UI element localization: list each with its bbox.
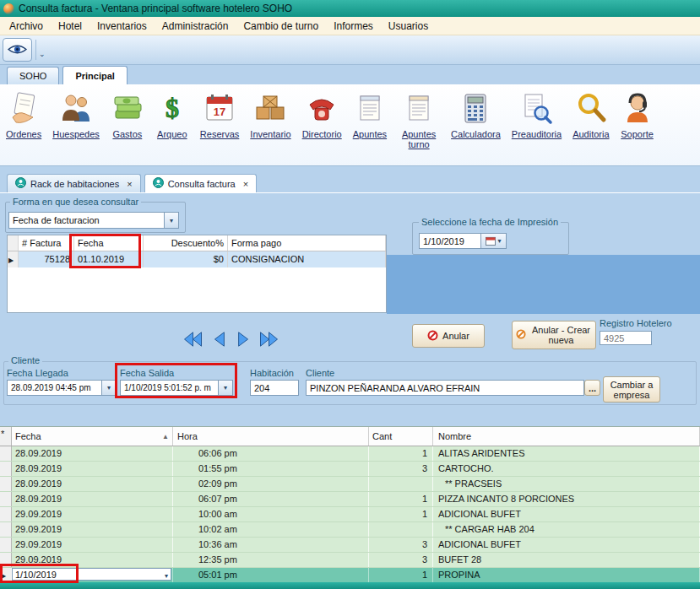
cell-hora: 02:09 pm (173, 477, 369, 491)
menu-item-inventarios[interactable]: Inventarios (90, 18, 155, 35)
calculator-icon (459, 89, 492, 127)
registro-hotelero-field[interactable]: 4925 (600, 331, 652, 345)
cliente-group-label: Cliente (8, 355, 42, 365)
calendar-dropdown-button[interactable] (480, 234, 506, 248)
charge-row[interactable]: 28.09.2019 02:09 pm ** PRACSEIS (0, 477, 700, 492)
cell-hora: 10:36 am (173, 538, 369, 552)
annotation-box-fecha-salida (115, 363, 237, 398)
habitacion-field[interactable]: 204 (250, 380, 299, 396)
column-header-cant[interactable]: Cant (369, 427, 433, 446)
cliente-label: Cliente (306, 368, 334, 378)
fecha-llegada-picker[interactable]: 28.09.2019 04:45 pm (7, 380, 117, 396)
charge-row[interactable]: 28.09.2019 06:06 pm 1 ALITAS ARIDENTES (0, 446, 700, 462)
charge-row[interactable]: 29.09.2019 10:00 am 1 ADICIONAL BUFET (0, 507, 700, 522)
cell-nombre: ** PRACSEIS (433, 477, 700, 491)
ribbon-item-directorio[interactable]: Directorio (300, 87, 345, 141)
notepad-turn-icon (402, 89, 436, 127)
quick-toolbar: ⌄ (0, 35, 700, 65)
column-header-nombre[interactable]: Nombre (433, 427, 700, 446)
column-header-forma-pago[interactable]: Forma pago (228, 235, 386, 251)
cell-hora: 12:35 pm (173, 553, 369, 567)
ribbon-item-auditoria[interactable]: Auditoria (570, 87, 611, 141)
anular-button[interactable]: Anular (412, 324, 485, 348)
svg-text:$: $ (166, 93, 179, 123)
cell-hora: 06:07 pm (173, 492, 369, 506)
nav-first-button[interactable] (182, 329, 203, 349)
row-selector (0, 462, 12, 476)
charge-row[interactable]: 29.09.2019 12:35 pm 3 BUFET 28 (0, 553, 700, 568)
menu-item-archivo[interactable]: Archivo (2, 18, 51, 35)
ribbon-item-label: Apuntes (353, 129, 387, 139)
consult-mode-select[interactable]: Fecha de facturacion (8, 212, 179, 229)
anular-crear-nueva-button[interactable]: Anular - Crear nueva (512, 321, 596, 349)
ribbon-item-label: Huespedes (52, 129, 100, 139)
charge-row[interactable]: 29.09.2019 10:36 am 3 ADICIONAL BUFET (0, 538, 700, 553)
menu-item-usuarios[interactable]: Usuarios (381, 18, 436, 35)
column-header-descuento[interactable]: Descuento% (144, 235, 228, 251)
dollar-icon: $ (155, 89, 189, 127)
ribbon-item-apuntes-turno[interactable]: Apuntes turno (395, 87, 442, 151)
column-header-fecha[interactable]: Fecha ▲ (12, 427, 173, 446)
record-navigator (182, 329, 279, 349)
cell-forma-pago: CONSIGNACION (228, 251, 386, 267)
document-magnifier-icon (519, 89, 553, 127)
tab-consulta-factura[interactable]: Consulta factura × (144, 174, 258, 192)
menu-item-cambio-de-turno[interactable]: Cambio de turno (236, 18, 326, 35)
ribbon-item-ordenes[interactable]: Ordenes (3, 87, 44, 141)
orders-icon (7, 89, 41, 127)
ribbon-item-gastos[interactable]: Gastos (108, 87, 147, 141)
annotation-box-row-fecha (0, 564, 79, 583)
menu-item-informes[interactable]: Informes (326, 18, 381, 35)
ribbon-item-soporte[interactable]: Soporte (618, 87, 657, 141)
cliente-field[interactable]: PINZON PEÑARANDA ALVARO EFRAIN (306, 380, 584, 396)
tab-rack-de-habitaciones[interactable]: Rack de habitaciones × (7, 174, 141, 192)
close-tab-icon[interactable]: × (243, 179, 248, 189)
ribbon-item-arqueo[interactable]: $ Arqueo (153, 87, 192, 141)
ribbon-item-label: Auditoria (572, 129, 609, 139)
anular-crear-nueva-label: Anular - Crear nueva (530, 325, 592, 345)
cell-nombre: CARTOCHO. (433, 462, 700, 476)
print-date-group-label: Seleccione la fecha de Impresión (419, 217, 561, 227)
ribbon-item-huespedes[interactable]: Huespedes (50, 87, 102, 141)
guests-icon (59, 89, 93, 127)
cell-factura: 75128 (19, 251, 74, 267)
nav-last-button[interactable] (258, 329, 279, 349)
column-header-factura[interactable]: # Factura (19, 235, 74, 251)
tab-principal[interactable]: Principal (62, 66, 127, 84)
ribbon-item-inventario[interactable]: Inventario (247, 87, 293, 141)
ribbon-item-calculadora[interactable]: Calculadora (448, 87, 503, 141)
nav-prev-button[interactable] (208, 329, 229, 349)
cliente-lookup-button[interactable]: ... (584, 380, 600, 396)
chevron-down-icon[interactable] (101, 381, 116, 395)
tab-soho[interactable]: SOHO (7, 67, 59, 84)
charges-grid: * Fecha ▲ Hora Cant Nombre 28.09.2019 06… (0, 426, 700, 582)
menu-item-administracion[interactable]: Administración (155, 18, 236, 35)
charge-row[interactable]: 28.09.2019 06:07 pm 1 PIZZA INCANTO 8 PO… (0, 492, 700, 507)
column-header-hora[interactable]: Hora (173, 427, 369, 446)
annotation-box-invoice-fecha (69, 234, 141, 268)
ribbon-item-label: Inventario (250, 129, 290, 139)
toolbar-separator (35, 40, 36, 60)
invoice-row[interactable]: ▶ 75128 01.10.2019 $0 CONSIGNACION (8, 251, 386, 267)
menu-item-hotel[interactable]: Hotel (51, 18, 90, 35)
ribbon-item-preauditoria[interactable]: Preauditoria (509, 87, 564, 141)
charge-row-selected[interactable]: ▶ 1/10/2019 05:01 pm 1 PROPINA (0, 568, 700, 583)
title-bar: Consulta factura - Ventana principal sof… (0, 0, 700, 17)
print-date-picker[interactable]: 1/10/2019 (419, 233, 507, 249)
ribbon-item-label: Apuntes turno (398, 129, 440, 149)
charge-row[interactable]: 29.09.2019 10:02 am ** CARGAR HAB 204 (0, 522, 700, 538)
ribbon-item-apuntes[interactable]: Apuntes (350, 87, 389, 141)
nav-next-button[interactable] (233, 329, 254, 349)
preview-eye-button[interactable] (3, 38, 32, 62)
chevron-down-icon[interactable] (165, 570, 171, 580)
toolbar-options-chevron-icon[interactable]: ⌄ (39, 50, 46, 58)
chevron-down-icon[interactable] (164, 213, 178, 228)
cell-fecha: 28.09.2019 (12, 446, 173, 461)
svg-text:17: 17 (214, 105, 225, 118)
cambiar-a-empresa-button[interactable]: Cambiar a empresa (603, 376, 660, 403)
ribbon-item-reservas[interactable]: 17 Reservas (198, 87, 241, 141)
close-tab-icon[interactable]: × (127, 179, 132, 189)
charge-row[interactable]: 28.09.2019 01:55 pm 3 CARTOCHO. (0, 462, 700, 477)
cell-fecha: 28.09.2019 (12, 492, 173, 506)
tab-principal-label: Principal (75, 71, 114, 81)
